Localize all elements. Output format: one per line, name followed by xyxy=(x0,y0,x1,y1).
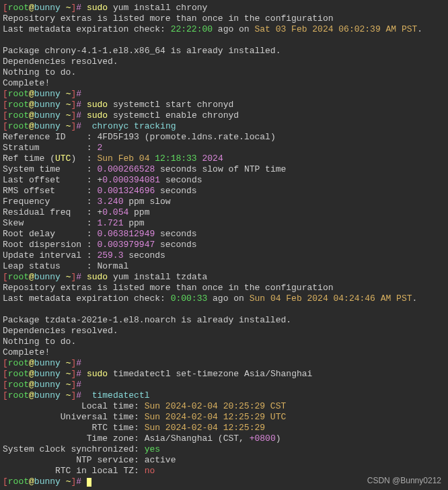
terminal-line: [root@bunny ~]# timedatectl xyxy=(3,390,445,401)
terminal-line xyxy=(3,35,445,46)
terminal-line: Last metadata expiration check: 22:22:00… xyxy=(3,24,445,35)
terminal-line: Root dispersion : 0.003979947 seconds xyxy=(3,240,445,250)
cursor[interactable] xyxy=(87,478,91,487)
watermark: CSDN @Bunny0212 xyxy=(367,475,441,486)
terminal-line: [root@bunny ~]# sudo systemctl start chr… xyxy=(3,100,445,110)
terminal-line: Package chrony-4.1-1.el8.x86_64 is alrea… xyxy=(3,46,445,57)
terminal-line: Last offset : +0.000394081 seconds xyxy=(3,175,445,186)
terminal-line: Time zone: Asia/Shanghai (CST, +0800) xyxy=(3,433,445,444)
terminal-line: [root@bunny ~]# sudo yum install tzdata xyxy=(3,272,445,283)
terminal-line: [root@bunny ~]# chronyc tracking xyxy=(3,121,445,132)
terminal-line: RMS offset : 0.001324696 seconds xyxy=(3,186,445,197)
terminal-line: System clock synchronized: yes xyxy=(3,444,445,455)
terminal-line: Reference ID : 4FD5F193 (promote.ldns.ra… xyxy=(3,132,445,143)
terminal-line: NTP service: active xyxy=(3,455,445,466)
terminal-line: Nothing to do. xyxy=(3,337,445,347)
terminal-line: Package tzdata-2021e-1.el8.noarch is alr… xyxy=(3,315,445,326)
terminal-line: [root@bunny ~]# xyxy=(3,380,445,390)
terminal-line: Nothing to do. xyxy=(3,67,445,78)
terminal-line: [root@bunny ~]# sudo systemctl enable ch… xyxy=(3,110,445,121)
terminal-line: Leap status : Normal xyxy=(3,261,445,272)
terminal-line: Repository extras is listed more than on… xyxy=(3,13,445,24)
terminal-line: Universal time: Sun 2024-02-04 12:25:29 … xyxy=(3,412,445,423)
terminal-line: Dependencies resolved. xyxy=(3,326,445,337)
terminal-line: Complete! xyxy=(3,347,445,358)
terminal-line: Ref time (UTC) : Sun Feb 04 12:18:33 202… xyxy=(3,153,445,164)
terminal-line: Frequency : 3.240 ppm slow xyxy=(3,197,445,207)
terminal-line: [root@bunny ~]# sudo timedatectl set-tim… xyxy=(3,369,445,380)
terminal-line: [root@bunny ~]# sudo yum install chrony xyxy=(3,3,445,13)
terminal-line: Complete! xyxy=(3,78,445,89)
terminal-line: Stratum : 2 xyxy=(3,143,445,153)
terminal-line: RTC time: Sun 2024-02-04 12:25:29 xyxy=(3,423,445,433)
terminal-line: Repository extras is listed more than on… xyxy=(3,283,445,293)
terminal-line: Dependencies resolved. xyxy=(3,57,445,67)
terminal-line: System time : 0.000266528 seconds slow o… xyxy=(3,164,445,175)
terminal-line: Skew : 1.721 ppm xyxy=(3,218,445,229)
terminal-line xyxy=(3,304,445,315)
terminal-output: [root@bunny ~]# sudo yum install chronyR… xyxy=(3,3,445,487)
terminal-line: [root@bunny ~]# xyxy=(3,89,445,100)
terminal-line: [root@bunny ~]# xyxy=(3,358,445,369)
terminal-line: Local time: Sun 2024-02-04 20:25:29 CST xyxy=(3,401,445,412)
terminal-line: Last metadata expiration check: 0:00:33 … xyxy=(3,293,445,304)
terminal-line: Update interval : 259.3 seconds xyxy=(3,250,445,261)
terminal-line: Root delay : 0.063812949 seconds xyxy=(3,229,445,240)
terminal-line: Residual freq : +0.054 ppm xyxy=(3,207,445,218)
